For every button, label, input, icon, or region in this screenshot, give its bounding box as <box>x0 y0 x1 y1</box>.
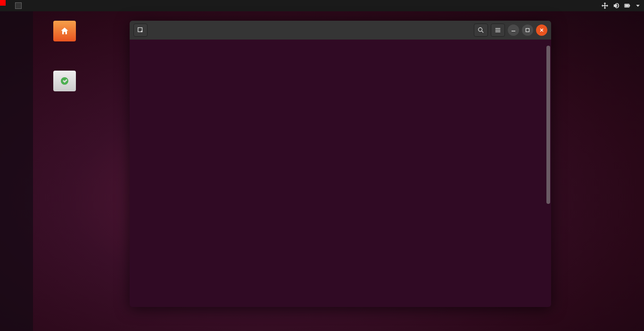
scrollbar[interactable] <box>546 40 550 304</box>
new-tab-button[interactable] <box>133 24 148 37</box>
minimize-button[interactable] <box>508 24 519 36</box>
svg-rect-1 <box>629 5 630 7</box>
dock <box>0 11 33 331</box>
titlebar[interactable] <box>130 21 551 40</box>
desktop-trash[interactable] <box>48 71 81 93</box>
trash-icon <box>53 71 76 91</box>
top-bar <box>0 0 644 11</box>
folder-icon <box>53 21 76 41</box>
menu-button[interactable] <box>491 24 505 37</box>
svg-rect-5 <box>526 29 529 32</box>
search-button[interactable] <box>474 24 488 37</box>
network-icon <box>602 2 608 9</box>
maximize-button[interactable] <box>522 24 533 36</box>
close-button[interactable] <box>536 24 547 36</box>
scrollbar-thumb[interactable] <box>546 46 550 204</box>
system-status-area[interactable] <box>602 2 640 9</box>
desktop-folder-eric[interactable] <box>48 21 81 43</box>
svg-rect-2 <box>625 4 629 7</box>
volume-icon <box>613 2 619 9</box>
terminal-body[interactable] <box>130 40 551 307</box>
svg-point-4 <box>479 28 482 32</box>
battery-icon <box>624 2 631 9</box>
power-icon <box>636 2 640 9</box>
terminal-window <box>130 21 551 307</box>
app-menu[interactable] <box>11 2 27 9</box>
terminal-small-icon <box>15 2 22 9</box>
